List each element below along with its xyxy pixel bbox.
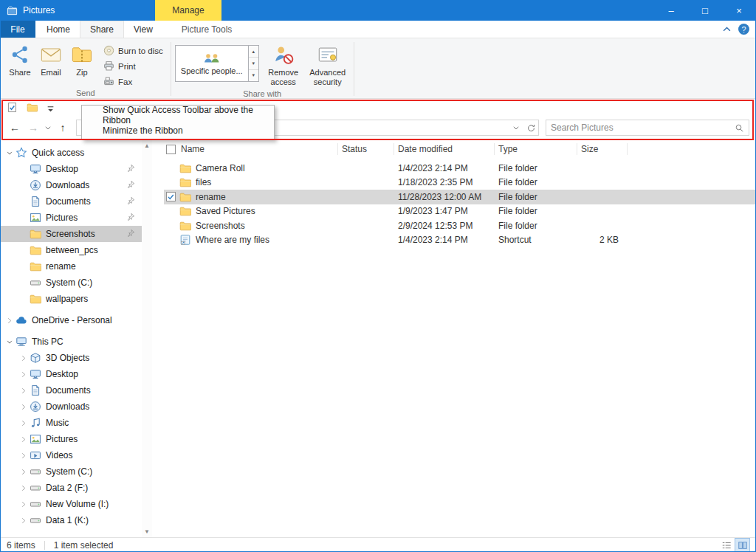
chevron-down-icon[interactable] (4, 150, 14, 156)
gallery-scroll-down-icon[interactable]: ▾ (249, 58, 258, 69)
monitor-icon (30, 163, 41, 175)
sidebar-item-desktop[interactable]: Desktop (0, 161, 142, 177)
specific-people-option[interactable]: Specific people... (176, 46, 248, 81)
thumbnails-view-icon[interactable] (735, 539, 749, 551)
scroll-down-icon[interactable]: ▼ (144, 528, 150, 535)
file-row-saved-pictures[interactable]: Saved Pictures1/9/2023 1:47 PMFile folde… (164, 204, 756, 219)
document-icon (30, 196, 41, 207)
sidebar-item-videos[interactable]: Videos (0, 447, 142, 463)
properties-icon[interactable] (7, 102, 18, 115)
sidebar-item-data-1-k[interactable]: Data 1 (K:) (0, 512, 142, 528)
details-view-icon[interactable] (719, 539, 733, 551)
chevron-down-icon[interactable] (4, 339, 14, 345)
sidebar-item-documents[interactable]: Documents (0, 382, 142, 399)
share-button[interactable]: Share (4, 41, 35, 80)
fax-button[interactable]: Fax (100, 75, 167, 89)
sidebar-item-pictures[interactable]: Pictures (0, 210, 142, 226)
gallery-scroll-up-icon[interactable]: ▴ (249, 46, 258, 58)
select-all-checkbox[interactable] (166, 145, 176, 154)
tab-share[interactable]: Share (80, 21, 124, 38)
tab-home[interactable]: Home (37, 21, 80, 38)
tab-file[interactable]: File (0, 21, 35, 38)
sidebar-item-quick-access[interactable]: Quick access (0, 145, 142, 161)
chevron-right-icon[interactable] (4, 317, 14, 324)
qat-customize-icon[interactable] (47, 105, 55, 113)
search-box[interactable] (546, 120, 749, 136)
minimize-ribbon-chevron-icon[interactable] (723, 27, 731, 32)
gallery-more-icon[interactable]: ▾ (249, 70, 258, 81)
up-button[interactable]: ↑ (55, 122, 71, 134)
chevron-right-icon[interactable] (18, 420, 28, 427)
email-button[interactable]: Email (35, 41, 66, 80)
sidebar-item-between-pcs[interactable]: between_pcs (0, 242, 142, 258)
recent-locations-chevron-icon[interactable] (44, 126, 52, 130)
sidebar-item-new-volume-i[interactable]: New Volume (I:) (0, 496, 142, 512)
search-icon[interactable] (729, 123, 749, 133)
chevron-right-icon[interactable] (18, 517, 28, 524)
help-icon[interactable]: ? (738, 24, 749, 35)
sidebar-scrollbar[interactable]: ▲ ▼ (142, 140, 152, 537)
column-header-size[interactable]: Size (577, 143, 628, 155)
column-header-type[interactable]: Type (495, 143, 577, 155)
sidebar-item-system-c[interactable]: System (C:) (0, 275, 142, 291)
sidebar-item-documents[interactable]: Documents (0, 193, 142, 210)
sidebar-item-desktop[interactable]: Desktop (0, 366, 142, 382)
maximize-button[interactable]: □ (688, 0, 722, 21)
close-button[interactable]: × (722, 0, 756, 21)
chevron-right-icon[interactable] (18, 404, 28, 410)
file-name: Camera Roll (196, 163, 245, 173)
scroll-up-icon[interactable]: ▲ (144, 142, 150, 149)
refresh-icon[interactable] (523, 123, 538, 133)
file-rows: Camera Roll1/4/2023 2:14 PMFile folderfi… (152, 161, 756, 247)
file-date: 1/4/2023 2:14 PM (394, 163, 495, 173)
sidebar-item-music[interactable]: Music (0, 415, 142, 431)
column-header-date-modified[interactable]: Date modified (394, 143, 495, 155)
file-date: 11/28/2023 12:00 AM (394, 192, 495, 202)
folder-icon[interactable] (27, 102, 38, 115)
sidebar-item-label: Music (46, 418, 69, 428)
forward-button[interactable]: → (25, 122, 41, 134)
sidebar-item-system-c[interactable]: System (C:) (0, 463, 142, 480)
back-button[interactable]: ← (7, 122, 23, 134)
sidebar-item-rename[interactable]: rename (0, 258, 142, 275)
tab-view[interactable]: View (124, 21, 162, 38)
sidebar-item-onedrive-personal[interactable]: OneDrive - Personal (0, 312, 142, 328)
sidebar-item-3d-objects[interactable]: 3D Objects (0, 350, 142, 366)
burn-to-disc-label: Burn to disc (118, 46, 163, 55)
column-header-name[interactable]: Name (177, 143, 338, 155)
sidebar-item-downloads[interactable]: Downloads (0, 177, 142, 193)
chevron-right-icon[interactable] (18, 436, 28, 443)
advanced-security-button[interactable]: Advanced security (306, 41, 350, 89)
sidebar-item-pictures[interactable]: Pictures (0, 431, 142, 447)
file-row-rename[interactable]: rename11/28/2023 12:00 AMFile folder (164, 190, 756, 204)
chevron-right-icon[interactable] (18, 501, 28, 508)
manage-contextual-tab[interactable]: Manage (155, 0, 221, 21)
sidebar-item-wallpapers[interactable]: wallpapers (0, 291, 142, 307)
chevron-right-icon[interactable] (18, 371, 28, 378)
sidebar-item-this-pc[interactable]: This PC (0, 334, 142, 350)
column-header-status[interactable]: Status (338, 143, 394, 155)
chevron-right-icon[interactable] (18, 387, 28, 394)
address-dropdown-chevron-icon[interactable] (509, 126, 523, 130)
file-row-where-are-my-files[interactable]: Where are my files1/4/2023 2:14 PMShortc… (164, 233, 756, 248)
chevron-right-icon[interactable] (18, 355, 28, 362)
search-input[interactable] (546, 123, 729, 133)
file-row-screenshots[interactable]: Screenshots2/9/2024 12:53 PMFile folder (164, 218, 756, 233)
tab-picture-tools[interactable]: Picture Tools (174, 21, 239, 38)
remove-access-button[interactable]: Remove access (261, 41, 306, 89)
sidebar-item-data-2-f[interactable]: Data 2 (F:) (0, 480, 142, 496)
row-checkbox[interactable] (166, 192, 176, 201)
file-row-camera-roll[interactable]: Camera Roll1/4/2023 2:14 PMFile folder (164, 161, 756, 176)
chevron-right-icon[interactable] (18, 452, 28, 459)
burn-to-disc-button[interactable]: Burn to disc (100, 44, 167, 58)
chevron-right-icon[interactable] (18, 485, 28, 491)
print-button[interactable]: Print (100, 59, 167, 73)
send-group-label: Send (1, 89, 170, 98)
chevron-right-icon[interactable] (18, 469, 28, 475)
minimize-button[interactable]: – (654, 0, 688, 21)
file-row-files[interactable]: files1/18/2023 2:35 PMFile folder (164, 176, 756, 190)
zip-button[interactable]: Zip (66, 41, 97, 80)
menu-item-show-quick-access-toolbar-above-the-ribbon[interactable]: Show Quick Access Toolbar above the Ribb… (82, 107, 274, 123)
sidebar-item-screenshots[interactable]: Screenshots (0, 226, 142, 242)
sidebar-item-downloads[interactable]: Downloads (0, 399, 142, 415)
